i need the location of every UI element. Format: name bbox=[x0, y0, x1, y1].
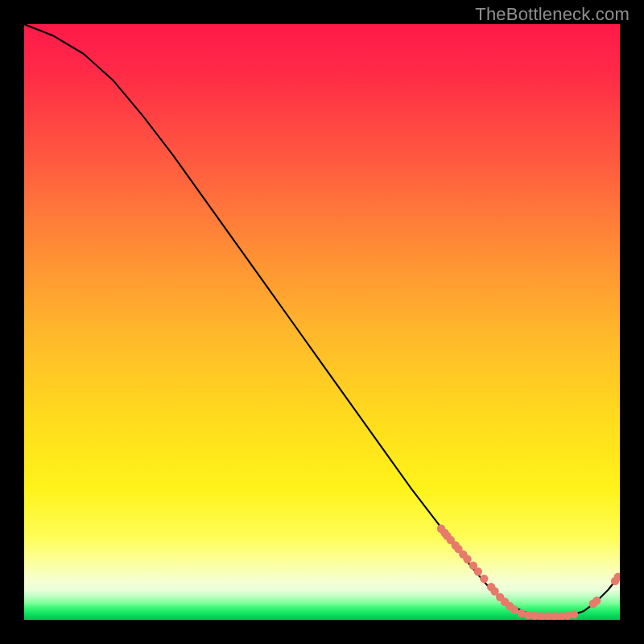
plot-area bbox=[24, 24, 620, 620]
watermark-text: TheBottleneck.com bbox=[475, 4, 630, 25]
data-dot bbox=[570, 610, 578, 618]
data-dot bbox=[474, 568, 482, 576]
data-dot bbox=[592, 597, 601, 605]
data-dot bbox=[480, 575, 488, 583]
chart-stage: TheBottleneck.com bbox=[0, 0, 644, 644]
data-dots-group bbox=[437, 525, 620, 620]
data-dot bbox=[510, 605, 518, 613]
bottleneck-curve bbox=[24, 24, 620, 617]
data-dot bbox=[463, 555, 471, 563]
curve-overlay bbox=[24, 24, 620, 620]
